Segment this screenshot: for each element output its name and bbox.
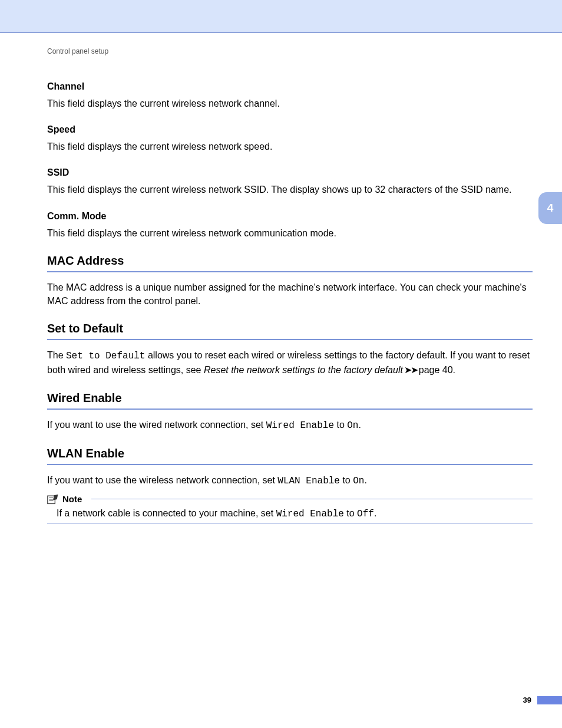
heading-wlan-enable: WLAN Enable — [47, 447, 533, 460]
text-comm-mode: This field displays the current wireless… — [47, 226, 533, 240]
page-number: 39 — [523, 696, 537, 704]
text-set-to-default: The Set to Default allows you to reset e… — [47, 348, 533, 377]
heading-ssid: SSID — [47, 167, 533, 178]
mono-text: Set to Default — [66, 351, 145, 361]
note-icon — [47, 494, 59, 505]
rule — [47, 271, 533, 272]
cross-reference[interactable]: Reset the network settings to the factor… — [204, 365, 403, 375]
rule — [47, 339, 533, 340]
note-body: If a network cable is connected to your … — [47, 505, 533, 523]
text-wlan-enable: If you want to use the wireless network … — [47, 473, 533, 488]
text-fragment: . — [364, 475, 366, 485]
text-fragment: . — [358, 420, 361, 430]
text-fragment: to — [340, 475, 353, 485]
heading-channel: Channel — [47, 81, 533, 92]
breadcrumb: Control panel setup — [47, 47, 533, 55]
text-fragment: to — [344, 508, 357, 518]
arrow-icon: ➤➤ — [403, 365, 419, 375]
text-fragment: page 40. — [419, 365, 455, 375]
text-ssid: This field displays the current wireless… — [47, 183, 533, 196]
heading-speed: Speed — [47, 124, 533, 135]
text-wired-enable: If you want to use the wired network con… — [47, 418, 533, 433]
rule — [47, 464, 533, 465]
rule — [47, 409, 533, 410]
mono-text: WLAN Enable — [277, 476, 340, 486]
mono-text: On — [347, 420, 358, 431]
chapter-number: 4 — [547, 202, 554, 215]
text-mac-address: The MAC address is a unique number assig… — [47, 281, 533, 308]
top-banner — [0, 0, 562, 33]
text-fragment: to — [334, 420, 347, 430]
note-header: Note — [47, 494, 533, 505]
text-fragment: The — [47, 350, 66, 360]
heading-mac-address: MAC Address — [47, 254, 533, 268]
mono-text: Off — [357, 509, 374, 519]
heading-set-to-default: Set to Default — [47, 322, 533, 335]
mono-text: Wired Enable — [276, 509, 344, 519]
text-fragment: If a network cable is connected to your … — [57, 508, 276, 518]
heading-wired-enable: Wired Enable — [47, 391, 533, 405]
text-channel: This field displays the current wireless… — [47, 97, 533, 110]
text-fragment: If you want to use the wired network con… — [47, 420, 266, 430]
text-fragment: If you want to use the wireless network … — [47, 475, 277, 485]
note-rule — [91, 499, 533, 499]
heading-comm-mode: Comm. Mode — [47, 211, 533, 222]
chapter-tab: 4 — [538, 192, 562, 224]
note-block: Note If a network cable is connected to … — [47, 494, 533, 523]
note-label: Note — [62, 494, 82, 504]
mono-text: Wired Enable — [266, 420, 334, 431]
text-fragment: . — [374, 508, 376, 518]
mono-text: On — [353, 476, 364, 486]
page-number-tab: 39 — [523, 696, 562, 704]
page-content: Control panel setup Channel This field d… — [47, 47, 533, 523]
page-number-bar — [537, 696, 562, 704]
text-speed: This field displays the current wireless… — [47, 140, 533, 153]
